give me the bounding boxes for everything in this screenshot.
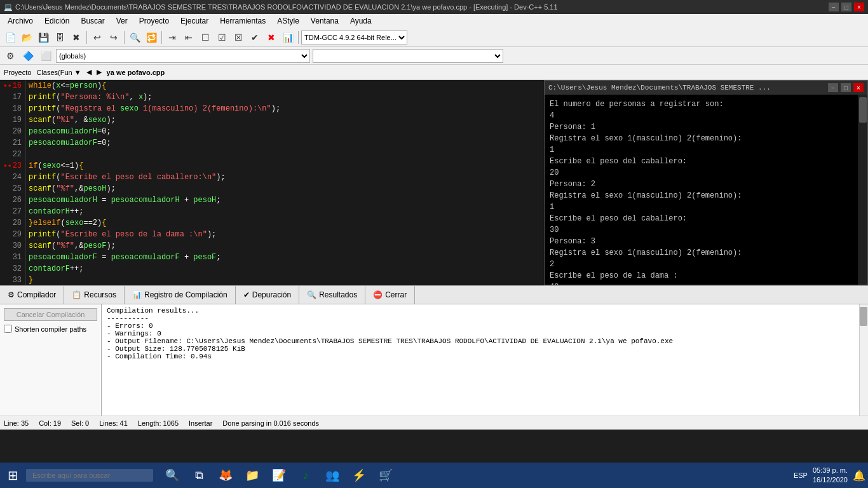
taskbar-app-sticky[interactable]: 📝 (268, 464, 290, 487)
depuracion-label: Depuración (252, 290, 291, 299)
editor-area: ●16171819202122●232425262728293031323334… (0, 80, 868, 285)
compilador-label: Compilador (17, 290, 56, 299)
tab-compilador[interactable]: ⚙ Compilador (0, 286, 64, 304)
taskbar-search-input[interactable] (26, 469, 153, 482)
toggle-btn3[interactable]: ☒ (231, 30, 246, 45)
taskbar-lang: ESP (794, 471, 808, 479)
nav-next[interactable]: ▶ (97, 68, 102, 76)
scope-select[interactable] (313, 49, 503, 63)
status-length: Length: 1065 (138, 419, 179, 427)
console-maximize[interactable]: □ (841, 83, 851, 92)
status-bar: Line: 35 Col: 19 Sel: 0 Lines: 41 Length… (0, 416, 868, 430)
find-button[interactable]: 🔍 (127, 30, 142, 45)
save-all-button[interactable]: 🗄 (52, 30, 67, 45)
toggle-btn1[interactable]: ☐ (198, 30, 213, 45)
sep2 (124, 31, 125, 44)
taskbar-app-multitask[interactable]: ⧉ (187, 464, 210, 487)
taskbar-app-files[interactable]: 📁 (241, 464, 264, 487)
menu-proyecto[interactable]: Proyecto (134, 15, 174, 27)
resultados-icon: 🔍 (307, 290, 316, 299)
taskbar-notification[interactable]: 🔔 (853, 470, 865, 482)
debug-btn3[interactable]: ⬜ (38, 48, 53, 64)
taskbar-app-devplus[interactable]: ⚡ (348, 464, 370, 487)
taskbar-app-cortana[interactable]: 🔍 (161, 464, 184, 487)
taskbar-app-spotify[interactable]: ♪ (294, 464, 317, 487)
output-scrollbar[interactable] (859, 304, 868, 416)
registro-icon: 📊 (132, 290, 142, 299)
menu-bar: Archivo Edición Buscar Ver Proyecto Ejec… (0, 14, 868, 28)
taskbar-right: ESP 05:39 p. m. 16/12/2020 🔔 (794, 466, 865, 485)
stop-btn[interactable]: ✖ (264, 30, 279, 45)
compilation-output: Compilation results... ---------- - Erro… (102, 304, 859, 416)
cerrar-icon: ⛔ (373, 290, 383, 299)
taskbar-app-teams[interactable]: 👥 (321, 464, 344, 487)
globals-select[interactable]: (globals) (56, 49, 310, 63)
taskbar-app-store[interactable]: 🛒 (374, 464, 397, 487)
taskbar-apps: 🔍 ⧉ 🦊 📁 📝 ♪ 👥 ⚡ 🛒 (161, 464, 397, 487)
close-file-button[interactable]: ✖ (69, 30, 84, 45)
console-close[interactable]: × (853, 83, 864, 92)
status-col: Col: 19 (39, 419, 61, 427)
maximize-button[interactable]: □ (841, 3, 851, 11)
taskbar-app-firefox[interactable]: 🦊 (214, 464, 237, 487)
console-body: El numero de personas a registrar son:4P… (545, 95, 858, 285)
bottom-panel: Cancelar Compilación Shorten compiler pa… (0, 304, 868, 416)
tab-resultados[interactable]: 🔍 Resultados (299, 286, 365, 304)
redo-button[interactable]: ↪ (106, 30, 121, 45)
menu-astyle[interactable]: AStyle (272, 15, 304, 27)
menu-edicion[interactable]: Edición (39, 15, 74, 27)
menu-buscar[interactable]: Buscar (76, 15, 109, 27)
replace-button[interactable]: 🔁 (144, 30, 159, 45)
shorten-paths-label: Shorten compiler paths (4, 325, 97, 333)
toggle-btn2[interactable]: ☑ (214, 30, 229, 45)
save-button[interactable]: 💾 (36, 30, 51, 45)
console-title-controls: − □ × (828, 83, 864, 92)
check-btn[interactable]: ✔ (247, 30, 262, 45)
menu-ayuda[interactable]: Ayuda (345, 15, 377, 27)
sep1 (86, 31, 87, 44)
clases-dropdown[interactable]: Clases(Fun ▼ (36, 69, 81, 76)
shorten-paths-checkbox[interactable] (4, 325, 12, 333)
compiler-select[interactable]: TDM-GCC 4.9.2 64-bit Rele... (301, 30, 407, 44)
tab-registro[interactable]: 📊 Registro de Compilación (125, 286, 236, 304)
taskbar-date-text: 16/12/2020 (813, 475, 848, 485)
sep3 (161, 31, 162, 44)
debug-btn1[interactable]: ⚙ (3, 48, 18, 64)
menu-archivo[interactable]: Archivo (3, 15, 38, 27)
taskbar-time-text: 05:39 p. m. (813, 466, 848, 475)
new-button[interactable]: 📄 (3, 30, 18, 45)
cerrar-label: Cerrar (385, 290, 407, 299)
tab-depuracion[interactable]: ✔ Depuración (236, 286, 299, 304)
minimize-button[interactable]: − (829, 3, 839, 11)
title-bar-left: 💻 C:\Users\Jesus Mendez\Documents\TRABAJ… (4, 3, 558, 11)
console-window: C:\Users\Jesus Mendez\Documents\TRABAJOS… (544, 80, 868, 285)
unindent-button[interactable]: ⇤ (181, 30, 196, 45)
menu-ver[interactable]: Ver (111, 15, 133, 27)
console-title-bar: C:\Users\Jesus Mendez\Documents\TRABAJOS… (545, 81, 867, 95)
taskbar: ⊞ 🔍 ⧉ 🦊 📁 📝 ♪ 👥 ⚡ 🛒 ESP 05:39 p. m. 16/1… (0, 463, 868, 488)
menu-herramientas[interactable]: Herramientas (215, 15, 271, 27)
recursos-label: Recursos (84, 290, 116, 299)
menu-ejecutar[interactable]: Ejecutar (175, 15, 214, 27)
undo-button[interactable]: ↩ (90, 30, 105, 45)
debug-btn2[interactable]: 🔷 (20, 48, 36, 64)
title-bar-text: C:\Users\Jesus Mendez\Documents\TRABAJOS… (15, 3, 558, 11)
console-scrollbar[interactable] (858, 95, 867, 285)
taskbar-clock: 05:39 p. m. 16/12/2020 (813, 466, 848, 485)
start-button[interactable]: ⊞ (3, 465, 24, 485)
close-button[interactable]: × (854, 3, 864, 11)
menu-ventana[interactable]: Ventana (306, 15, 344, 27)
cancel-compilation-button[interactable]: Cancelar Compilación (4, 308, 97, 321)
chart-btn[interactable]: 📊 (280, 30, 295, 45)
toolbar-main: 📄 📂 💾 🗄 ✖ ↩ ↪ 🔍 🔁 ⇥ ⇤ ☐ ☑ ☒ ✔ ✖ 📊 TDM-GC… (0, 28, 868, 47)
indent-button[interactable]: ⇥ (165, 30, 180, 45)
tab-cerrar[interactable]: ⛔ Cerrar (365, 286, 415, 304)
app-icon: 💻 (4, 3, 13, 11)
open-button[interactable]: 📂 (19, 30, 34, 45)
tab-recursos[interactable]: 📋 Recursos (64, 286, 125, 304)
resultados-label: Resultados (319, 290, 357, 299)
nav-prev[interactable]: ◀ (86, 68, 92, 76)
status-line: Line: 35 (4, 419, 29, 427)
console-minimize[interactable]: − (828, 83, 838, 92)
recursos-icon: 📋 (72, 290, 81, 299)
